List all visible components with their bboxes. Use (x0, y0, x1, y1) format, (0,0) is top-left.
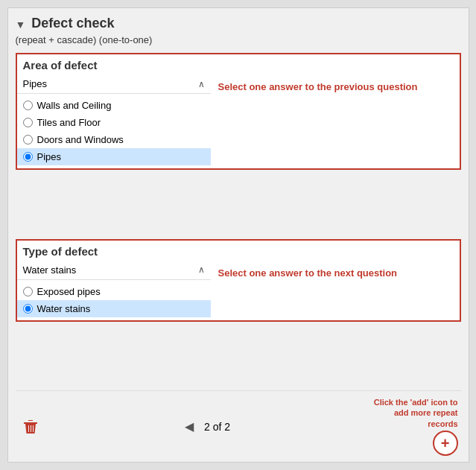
area-radio-tiles[interactable] (23, 118, 33, 127)
spacer1 (16, 177, 461, 235)
type-radio-water[interactable] (23, 304, 33, 314)
area-info-text: Select one answer to the previous questi… (218, 80, 418, 94)
bottom-bar: ◀ 2 of 2 Click the 'add' icon to add mor… (16, 390, 461, 462)
delete-button[interactable] (19, 415, 42, 439)
area-option-walls[interactable]: Walls and Ceiling (17, 97, 211, 114)
area-option-walls-label: Walls and Ceiling (37, 100, 112, 111)
area-option-pipes-label: Pipes (37, 151, 62, 162)
type-dropdown-panel: Water stains ∧ Exposed pipes Water stain… (17, 261, 211, 320)
type-info-text: Select one answer to the next question (218, 267, 398, 280)
type-of-defect-row: Water stains ∧ Exposed pipes Water stain… (17, 261, 460, 320)
area-dropdown-panel: Pipes ∧ Walls and Ceiling Tiles and Floo… (17, 74, 211, 168)
area-dropdown-selected[interactable]: Pipes ∧ (17, 74, 211, 94)
area-of-defect-section: Area of defect Pipes ∧ Walls and Ceiling (16, 53, 461, 170)
collapse-arrow-icon[interactable]: ▼ (16, 19, 26, 31)
page-subtitle: (repeat + cascade) (one-to-one) (16, 34, 461, 45)
content-area: Area of defect Pipes ∧ Walls and Ceiling (16, 53, 461, 462)
area-option-tiles-label: Tiles and Floor (37, 117, 101, 128)
spacer2 (16, 329, 461, 387)
area-of-defect-title: Area of defect (23, 59, 98, 72)
area-selected-value: Pipes (23, 78, 48, 89)
pagination-control: ◀ 2 of 2 (180, 418, 230, 436)
type-of-defect-title: Type of defect (23, 245, 98, 258)
area-info-panel: Select one answer to the previous questi… (211, 74, 460, 168)
area-option-doors-label: Doors and Windows (37, 134, 124, 145)
area-option-pipes[interactable]: Pipes (17, 148, 211, 165)
type-of-defect-header: Type of defect (17, 241, 460, 261)
type-option-water-label: Water stains (37, 303, 91, 314)
type-info-panel: Select one answer to the next question (211, 261, 460, 320)
area-chevron-icon: ∧ (198, 79, 205, 89)
area-radio-doors[interactable] (23, 135, 33, 145)
type-selected-value: Water stains (23, 264, 77, 276)
area-option-tiles[interactable]: Tiles and Floor (17, 114, 211, 131)
add-area: Click the 'add' icon to add more repeat … (369, 397, 458, 456)
main-container: ▼ Defect check (repeat + cascade) (one-t… (7, 7, 469, 463)
type-option-exposed[interactable]: Exposed pipes (17, 283, 211, 300)
add-hint-text: Click the 'add' icon to add more repeat … (369, 397, 458, 429)
type-chevron-icon: ∧ (198, 264, 205, 275)
type-dropdown-selected[interactable]: Water stains ∧ (17, 261, 211, 280)
pagination-label: 2 of 2 (204, 421, 230, 433)
area-options-list: Walls and Ceiling Tiles and Floor Doors … (17, 94, 211, 168)
prev-button[interactable]: ◀ (180, 418, 198, 436)
type-of-defect-section: Type of defect Water stains ∧ Exposed pi… (16, 239, 461, 322)
trash-icon (22, 418, 39, 436)
area-of-defect-row: Pipes ∧ Walls and Ceiling Tiles and Floo… (17, 74, 460, 168)
area-of-defect-header: Area of defect (17, 54, 460, 74)
area-radio-pipes[interactable] (23, 152, 33, 162)
add-button[interactable]: + (433, 431, 458, 456)
area-option-doors[interactable]: Doors and Windows (17, 131, 211, 148)
type-option-exposed-label: Exposed pipes (37, 286, 101, 297)
type-options-list: Exposed pipes Water stains (17, 280, 211, 320)
page-title: Defect check (31, 16, 114, 31)
type-radio-exposed[interactable] (23, 287, 33, 296)
type-option-water[interactable]: Water stains (17, 300, 211, 317)
area-radio-walls[interactable] (23, 101, 33, 110)
